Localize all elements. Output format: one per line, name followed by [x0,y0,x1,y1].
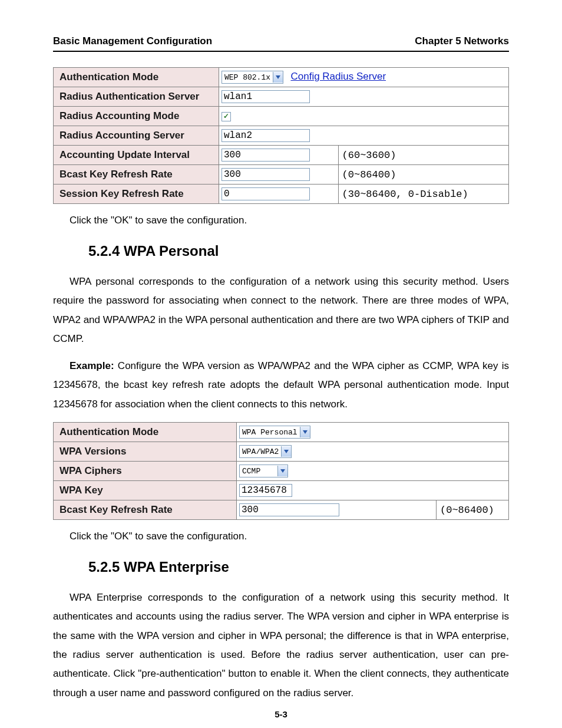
example-label: Example: [70,360,118,371]
radius-accounting-mode-checkbox[interactable]: ✓ [222,112,231,121]
row-field: ✓ [219,107,509,126]
row-label: WPA Versions [54,442,237,462]
row-field: CCMP [237,462,509,481]
header-right: Chapter 5 Networks [415,35,509,47]
row-label: Accounting Update Interval [54,146,219,165]
wep-8021x-table: Authentication Mode WEP 802.1x Config Ra… [53,67,509,204]
table-row: Accounting Update Interval 300 (60~3600) [54,146,509,165]
select-value: WEP 802.1x [222,73,273,82]
table-row: Radius Authentication Server wlan1 [54,87,509,107]
header-left: Basic Management Configuration [53,35,212,47]
row-label: Radius Authentication Server [54,87,219,107]
config-radius-server-link[interactable]: Config Radius Server [290,71,386,82]
row-label: Radius Accounting Server [54,126,219,146]
select-value: WPA Personal [240,428,300,437]
table-row: Authentication Mode WEP 802.1x Config Ra… [54,68,509,87]
wpa-versions-select[interactable]: WPA/WPA2 [239,445,292,458]
table-row: Authentication Mode WPA Personal [54,423,509,442]
body-paragraph: Example: Configure the WPA version as WP… [53,357,509,414]
row-label: WPA Ciphers [54,462,237,481]
wpa-ciphers-select[interactable]: CCMP [239,465,288,477]
row-hint: (30~86400, 0-Disable) [338,185,508,204]
table-row: WPA Key 12345678 [54,481,509,500]
row-field: wlan1 [219,87,509,107]
table-row: WPA Versions WPA/WPA2 [54,442,509,462]
table-row: Radius Accounting Server wlan2 [54,126,509,146]
chevron-down-icon [281,446,291,457]
row-label: Bcast Key Refresh Rate [54,500,237,520]
chevron-down-icon [277,466,287,476]
table-row: Bcast Key Refresh Rate 300 (0~86400) [54,165,509,185]
row-label: Session Key Refresh Rate [54,185,219,204]
page: Basic Management Configuration Chapter 5… [0,0,562,728]
authentication-mode-select[interactable]: WEP 802.1x [222,71,283,84]
table-row: Bcast Key Refresh Rate 300 (0~86400) [54,500,509,520]
radius-accounting-server-input[interactable]: wlan2 [222,129,310,142]
session-key-refresh-rate-input[interactable]: 0 [222,187,310,200]
row-field: 300 [237,500,437,520]
check-icon: ✓ [223,112,229,120]
select-value: WPA/WPA2 [240,447,281,456]
row-field: WPA/WPA2 [237,442,509,462]
row-field: 12345678 [237,481,509,500]
chevron-down-icon [300,427,310,437]
row-label: Authentication Mode [54,423,237,442]
radius-auth-server-input[interactable]: wlan1 [222,90,310,103]
row-field: 300 [219,165,339,185]
body-paragraph: WPA personal corresponds to the configur… [53,272,509,348]
save-instruction: Click the "OK" to save the configuration… [53,215,509,226]
row-hint: (60~3600) [338,146,508,165]
row-field: wlan2 [219,126,509,146]
section-heading-wpa-personal: 5.2.4 WPA Personal [88,243,509,259]
row-field: WPA Personal [237,423,509,442]
row-field: 0 [219,185,339,204]
table-row: WPA Ciphers CCMP [54,462,509,481]
page-header: Basic Management Configuration Chapter 5… [53,35,509,52]
example-body: Configure the WPA version as WPA/WPA2 an… [53,360,509,410]
row-label: WPA Key [54,481,237,500]
row-field: WEP 802.1x Config Radius Server [219,68,509,87]
authentication-mode-select[interactable]: WPA Personal [239,426,310,439]
row-label: Bcast Key Refresh Rate [54,165,219,185]
wpa-key-input[interactable]: 12345678 [239,484,292,497]
accounting-update-interval-input[interactable]: 300 [222,149,310,162]
chevron-down-icon [273,72,283,83]
save-instruction: Click the "OK" to save the configuration… [53,531,509,542]
section-heading-wpa-enterprise: 5.2.5 WPA Enterprise [88,559,509,575]
row-hint: (0~86400) [338,165,508,185]
table-row: Radius Accounting Mode ✓ [54,107,509,126]
page-number: 5-3 [0,709,562,719]
body-paragraph: WPA Enterprise corresponds to the config… [53,588,509,703]
row-label: Radius Accounting Mode [54,107,219,126]
table-row: Session Key Refresh Rate 0 (30~86400, 0-… [54,185,509,204]
row-hint: (0~86400) [437,500,509,520]
select-value: CCMP [240,467,277,476]
bcast-key-refresh-rate-input[interactable]: 300 [222,168,310,181]
row-label: Authentication Mode [54,68,219,87]
row-field: 300 [219,146,339,165]
wpa-personal-table: Authentication Mode WPA Personal WPA Ver… [53,422,509,520]
bcast-key-refresh-rate-input[interactable]: 300 [239,503,339,516]
